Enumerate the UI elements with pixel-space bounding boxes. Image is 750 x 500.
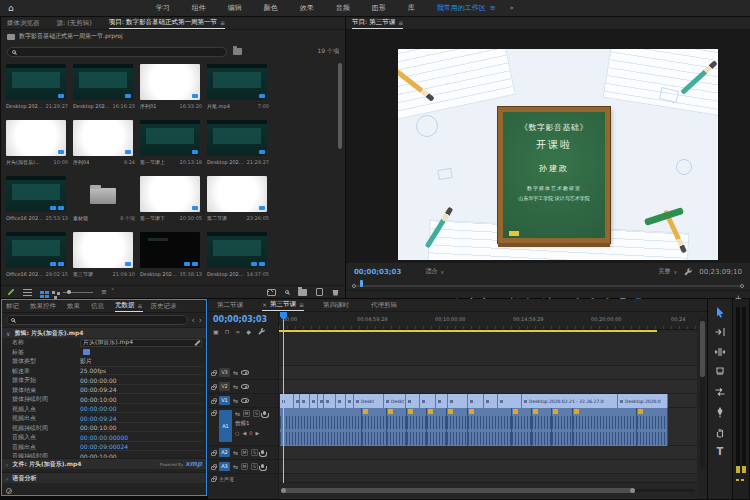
metadata-field-value[interactable]: 00:00:10:00 bbox=[80, 396, 202, 404]
project-item[interactable]: Desktop 2020.02... 21:29:27 bbox=[4, 62, 70, 117]
selection-tool[interactable] bbox=[713, 305, 727, 318]
metadata-field-value[interactable]: 00:00:10:00 bbox=[80, 424, 202, 432]
find-next-icon[interactable]: › bbox=[199, 316, 202, 325]
track-target-v3[interactable]: V3 bbox=[219, 368, 230, 377]
sequence-tab[interactable]: 第二节课 bbox=[214, 300, 246, 311]
audio-clip[interactable] bbox=[637, 408, 668, 446]
source-patch-icon[interactable]: ⇆ bbox=[233, 463, 238, 470]
mute-button[interactable]: M bbox=[243, 410, 250, 417]
project-breadcrumb[interactable]: 数字影音基础正式第一周第一节.prproj bbox=[1, 30, 345, 43]
track-a3-lane[interactable] bbox=[279, 460, 697, 474]
metadata-field-value[interactable]: 00:00:09:24 bbox=[80, 415, 202, 423]
scrollbar-thumb[interactable] bbox=[283, 488, 635, 493]
scrubber-track[interactable] bbox=[356, 285, 740, 287]
add-keyframe-icon[interactable]: ○ bbox=[235, 430, 239, 436]
metadata-search-box[interactable] bbox=[6, 315, 188, 325]
next-keyframe-icon[interactable]: ▶ bbox=[255, 430, 259, 436]
snap-icon[interactable]: ⊓ bbox=[225, 328, 230, 335]
track-header-a1[interactable]: A1 ⇆ M S 音频1 ○ ◀ 0 ▶ bbox=[208, 408, 279, 446]
timeline-timecode[interactable]: 00;00;03;03 bbox=[213, 315, 267, 324]
audio-clip[interactable] bbox=[447, 408, 468, 446]
video-clip[interactable]: Deskt bbox=[384, 394, 406, 408]
metadata-field-value[interactable]: 片头(加音乐).mp4 bbox=[80, 339, 202, 347]
workspace-menu-item[interactable]: 图形 bbox=[372, 3, 386, 13]
ripple-edit-tool[interactable] bbox=[713, 345, 727, 358]
project-item[interactable]: 第一节课下 20:30:05 bbox=[138, 174, 204, 229]
solo-button[interactable]: S bbox=[251, 449, 258, 456]
monitor-playhead[interactable] bbox=[360, 280, 363, 287]
metadata-field-value[interactable]: 25.00fps bbox=[80, 367, 202, 375]
panel-tab[interactable]: 标记 bbox=[6, 301, 22, 312]
new-search-bin-icon[interactable] bbox=[233, 48, 242, 55]
panel-tab[interactable]: 效果 bbox=[67, 301, 83, 312]
lock-icon[interactable] bbox=[211, 400, 216, 404]
track-v2-lane[interactable] bbox=[279, 380, 697, 394]
home-icon[interactable]: ⌂ bbox=[8, 0, 14, 16]
audio-clip[interactable] bbox=[280, 408, 362, 446]
slip-tool[interactable] bbox=[713, 385, 727, 398]
source-patch-icon[interactable]: ⇆ bbox=[233, 397, 238, 404]
video-clip[interactable] bbox=[420, 394, 436, 408]
workspace-menu-item[interactable]: 组件 bbox=[192, 3, 206, 13]
list-view-icon[interactable] bbox=[23, 289, 32, 296]
monitor-settings-wrench-icon[interactable] bbox=[683, 267, 693, 277]
search-input[interactable] bbox=[19, 48, 222, 55]
project-item[interactable]: 素材箱 8 个项 bbox=[71, 174, 137, 229]
zoom-handle-right[interactable] bbox=[630, 488, 635, 493]
track-select-forward-tool[interactable] bbox=[713, 325, 727, 338]
source-patch-icon[interactable]: ⇆ bbox=[233, 383, 238, 390]
track-volume-value[interactable]: 0 bbox=[249, 430, 252, 436]
project-item[interactable]: Desktop 2020.02... 16:16:23 bbox=[71, 62, 137, 117]
project-item[interactable]: Office16 2020.02... 25:53:13 bbox=[4, 174, 70, 229]
track-header-v1[interactable]: V1 ⇆ bbox=[208, 394, 279, 408]
find-previous-icon[interactable]: ‹ bbox=[192, 316, 195, 325]
audio-clip[interactable] bbox=[512, 408, 532, 446]
thumbnail-zoom-slider[interactable] bbox=[63, 292, 93, 293]
panel-tab[interactable]: 源: (无剪辑) bbox=[57, 18, 95, 29]
source-patch-icon[interactable]: ⇆ bbox=[233, 369, 238, 376]
zoom-level-select[interactable]: 适合 ∨ bbox=[425, 267, 444, 276]
panel-menu-icon[interactable]: ≡ bbox=[398, 17, 403, 28]
source-patch-icon[interactable]: ⇆ bbox=[235, 410, 240, 417]
track-v3-lane[interactable] bbox=[279, 366, 697, 380]
panel-menu-icon[interactable]: ≡ bbox=[220, 17, 225, 28]
video-clip[interactable] bbox=[406, 394, 420, 408]
timeline-vertical-scrollbar[interactable] bbox=[700, 319, 705, 469]
icon-view-icon[interactable] bbox=[40, 291, 44, 294]
section-caret-icon[interactable]: › bbox=[6, 475, 8, 482]
video-clip[interactable] bbox=[336, 394, 346, 408]
mute-button[interactable]: M bbox=[241, 463, 248, 470]
lock-icon[interactable] bbox=[211, 372, 216, 376]
audio-clip[interactable] bbox=[552, 408, 573, 446]
close-icon[interactable]: × bbox=[262, 299, 267, 310]
project-item[interactable]: 序列04 9:24 bbox=[71, 118, 137, 173]
video-clip[interactable] bbox=[468, 394, 484, 408]
sequence-tab[interactable]: 第四课时 bbox=[320, 300, 352, 311]
panel-tab[interactable]: 媒体浏览器 bbox=[7, 18, 43, 29]
previous-keyframe-icon[interactable]: ◀ bbox=[242, 430, 246, 436]
master-track-lane[interactable] bbox=[279, 474, 697, 483]
search-box[interactable] bbox=[7, 47, 227, 57]
speech-analysis-section[interactable]: › 语音分析 bbox=[2, 472, 206, 483]
razor-tool[interactable] bbox=[713, 365, 727, 378]
track-target-a2[interactable]: A2 bbox=[219, 448, 230, 457]
track-header-v3[interactable]: V3 ⇆ bbox=[208, 366, 279, 380]
track-header-a3[interactable]: A3 ⇆ M S bbox=[208, 460, 279, 474]
insert-overwrite-icon[interactable]: ▣ bbox=[213, 328, 219, 335]
new-item-icon[interactable] bbox=[316, 288, 323, 296]
audio-clip[interactable] bbox=[573, 408, 637, 446]
project-scrollbar[interactable] bbox=[338, 63, 342, 149]
panel-tab[interactable]: 效果控件 bbox=[30, 301, 59, 312]
master-track-header[interactable]: 主声道 bbox=[208, 474, 279, 483]
workspace-menu-item[interactable]: 编辑 bbox=[228, 3, 242, 13]
track-header-a2[interactable]: A2 ⇆ M S bbox=[208, 446, 279, 460]
writable-indicator-icon[interactable] bbox=[7, 288, 14, 295]
project-item[interactable]: 片头(加音乐)... 10:00 bbox=[4, 118, 70, 173]
zoom-handle-right[interactable] bbox=[740, 284, 744, 288]
track-a2-lane[interactable] bbox=[279, 446, 697, 460]
workspace-menu-item[interactable]: 学习 bbox=[156, 3, 170, 13]
panel-tab[interactable]: 历史记录 bbox=[151, 301, 180, 312]
panel-tab[interactable]: 信息 bbox=[91, 301, 107, 312]
timeline-settings-wrench-icon[interactable] bbox=[257, 327, 266, 336]
panel-menu-icon[interactable]: ≡ bbox=[490, 4, 496, 12]
